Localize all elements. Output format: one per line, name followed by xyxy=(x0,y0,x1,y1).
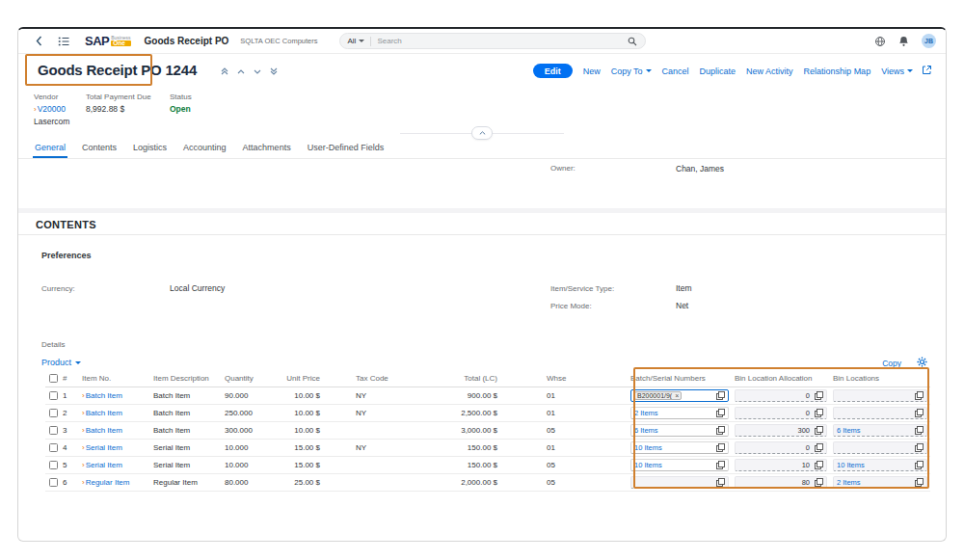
search-input[interactable]: Search xyxy=(377,37,621,45)
value-help-icon[interactable] xyxy=(716,409,725,417)
vendor-code-link[interactable]: V20000 xyxy=(38,104,66,114)
item-no-link[interactable]: Serial Item xyxy=(86,461,122,469)
relationship-map-button[interactable]: Relationship Map xyxy=(804,67,871,76)
remove-token-icon[interactable]: × xyxy=(675,392,679,399)
item-description-cell: Batch Item xyxy=(151,404,223,421)
item-no-link[interactable]: Batch Item xyxy=(86,409,122,417)
list-menu-icon[interactable] xyxy=(58,37,69,46)
tax-code-cell xyxy=(323,421,442,439)
bin-allocation-field[interactable]: 10 xyxy=(735,459,827,471)
open-in-new-icon[interactable] xyxy=(922,65,932,75)
row-checkbox[interactable] xyxy=(49,478,58,487)
edit-button[interactable]: Edit xyxy=(533,64,573,78)
batch-serial-field[interactable]: 10 Items xyxy=(630,459,729,471)
views-button[interactable]: Views xyxy=(881,67,913,76)
batch-token[interactable]: B200001/9(× xyxy=(634,391,682,400)
bin-locations-link[interactable]: 10 Items xyxy=(837,461,865,469)
value-help-icon[interactable] xyxy=(915,409,924,417)
value-help-icon[interactable] xyxy=(915,478,924,487)
last-record-icon[interactable] xyxy=(270,67,278,75)
row-checkbox[interactable] xyxy=(49,426,58,435)
value-help-icon[interactable] xyxy=(716,461,725,469)
value-help-icon[interactable] xyxy=(815,409,823,417)
table-header-row: #Item No.Item DescriptionQuantityUnit Pr… xyxy=(45,371,930,387)
product-dropdown[interactable]: Product xyxy=(41,358,81,367)
bin-locations-field[interactable]: 2 Items xyxy=(833,476,927,489)
batch-serial-field[interactable] xyxy=(630,476,729,489)
globe-icon[interactable] xyxy=(874,36,886,47)
row-checkbox[interactable] xyxy=(49,443,58,452)
value-help-icon[interactable] xyxy=(815,461,823,469)
product-label: Product xyxy=(41,358,71,367)
tab-user-defined-fields[interactable]: User-Defined Fields xyxy=(306,141,387,158)
item-no-link[interactable]: Serial Item xyxy=(86,443,122,452)
cancel-button[interactable]: Cancel xyxy=(662,67,689,76)
bin-allocation-field[interactable]: 300 xyxy=(735,424,827,437)
bin-locations-field[interactable] xyxy=(833,389,927,402)
bin-locations-field[interactable]: 10 Items xyxy=(833,459,927,471)
batch-serial-link[interactable]: 10 Items xyxy=(634,443,662,452)
table-settings-gear-icon[interactable] xyxy=(917,357,927,367)
tab-logistics[interactable]: Logistics xyxy=(131,141,169,158)
previous-record-icon[interactable] xyxy=(237,69,245,74)
row-checkbox[interactable] xyxy=(49,409,58,417)
value-help-icon[interactable] xyxy=(716,478,725,487)
collapse-header-button[interactable] xyxy=(471,126,493,140)
table-row: 3›Batch ItemBatch Item300.00010.00 $3,00… xyxy=(45,421,930,439)
item-no-cell: ›Serial Item xyxy=(80,456,151,473)
item-no-link[interactable]: Batch Item xyxy=(86,426,122,435)
bin-allocation-field[interactable]: 0 xyxy=(735,389,827,402)
bin-locations-link[interactable]: 2 Items xyxy=(837,478,861,487)
batch-serial-field[interactable]: B200001/9(× xyxy=(630,389,729,402)
user-avatar[interactable]: JB xyxy=(922,34,936,48)
value-help-icon[interactable] xyxy=(815,391,823,400)
tab-accounting[interactable]: Accounting xyxy=(181,141,228,158)
app-window: SAP Business One Goods Receipt PO SQLTA … xyxy=(17,27,947,542)
search-icon[interactable] xyxy=(628,37,637,46)
search-bar[interactable]: All Search xyxy=(339,33,646,49)
search-scope-select[interactable]: All xyxy=(348,37,365,45)
tab-general[interactable]: General xyxy=(33,141,67,158)
back-icon[interactable] xyxy=(36,36,42,46)
notifications-bell-icon[interactable] xyxy=(898,36,909,47)
select-all-checkbox[interactable] xyxy=(49,374,58,383)
bin-locations-field[interactable] xyxy=(833,441,927,454)
value-help-icon[interactable] xyxy=(915,443,924,452)
value-help-icon[interactable] xyxy=(716,391,725,400)
value-help-icon[interactable] xyxy=(815,443,823,452)
bin-allocation-field[interactable]: 0 xyxy=(735,441,827,454)
value-help-icon[interactable] xyxy=(915,391,924,400)
next-record-icon[interactable] xyxy=(254,69,261,74)
tab-attachments[interactable]: Attachments xyxy=(241,141,293,158)
bin-locations-field[interactable]: 6 Items xyxy=(833,424,927,437)
item-no-link[interactable]: Batch Item xyxy=(86,391,122,400)
value-help-icon[interactable] xyxy=(716,443,725,452)
batch-serial-field[interactable]: 2 Items xyxy=(630,407,729,419)
row-checkbox[interactable] xyxy=(49,391,58,400)
item-description-cell: Batch Item xyxy=(151,387,223,404)
new-button[interactable]: New xyxy=(583,67,601,76)
new-activity-button[interactable]: New Activity xyxy=(746,67,793,76)
value-help-icon[interactable] xyxy=(915,426,924,435)
copy-to-button[interactable]: Copy To xyxy=(611,67,652,76)
value-help-icon[interactable] xyxy=(815,478,823,487)
first-record-icon[interactable] xyxy=(221,67,228,75)
row-checkbox[interactable] xyxy=(49,461,58,469)
batch-serial-field[interactable]: 10 Items xyxy=(630,441,729,454)
item-no-link[interactable]: Regular Item xyxy=(86,478,130,487)
copy-button[interactable]: Copy xyxy=(882,359,901,368)
batch-serial-field[interactable]: 6 Items xyxy=(630,424,729,437)
tab-contents[interactable]: Contents xyxy=(80,141,119,158)
batch-serial-link[interactable]: 2 Items xyxy=(634,409,658,417)
bin-locations-link[interactable]: 6 Items xyxy=(837,426,861,435)
column-header-bin-locations: Bin Locations xyxy=(830,371,930,387)
bin-locations-field[interactable] xyxy=(833,407,927,419)
bin-allocation-field[interactable]: 0 xyxy=(735,407,827,419)
batch-serial-link[interactable]: 6 Items xyxy=(634,426,658,435)
duplicate-button[interactable]: Duplicate xyxy=(700,67,736,76)
value-help-icon[interactable] xyxy=(716,426,725,435)
bin-allocation-field[interactable]: 80 xyxy=(735,476,827,489)
value-help-icon[interactable] xyxy=(815,426,823,435)
batch-serial-link[interactable]: 10 Items xyxy=(634,461,662,469)
value-help-icon[interactable] xyxy=(915,461,924,469)
